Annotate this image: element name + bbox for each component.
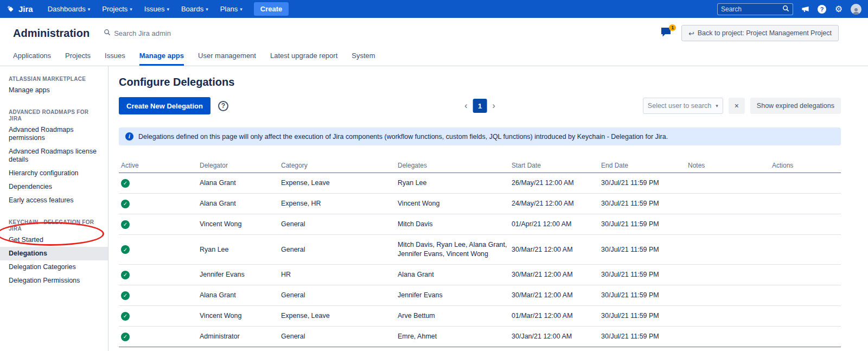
chevron-down-icon: ▾ [206, 7, 208, 12]
chevron-down-icon: ▾ [240, 7, 242, 12]
user-avatar[interactable] [851, 4, 861, 15]
chevron-down-icon: ▾ [716, 103, 718, 109]
active-check-icon[interactable]: ✓ [121, 291, 130, 300]
admin-search-input[interactable] [114, 29, 212, 37]
next-page-button[interactable]: › [493, 101, 495, 110]
sidebar-item-dependencies[interactable]: Dependencies [0, 180, 108, 194]
table-row: ✓ Alana Grant Expense, Leave Ryan Lee 26… [119, 173, 841, 194]
table-row: ✓ Vincent Wong General Mitch Davis 01/Ap… [119, 214, 841, 235]
tab-projects[interactable]: Projects [65, 48, 91, 66]
col-actions: Actions [770, 158, 841, 173]
col-delegator: Delegator [197, 158, 279, 173]
clear-filter-button[interactable]: × [729, 98, 745, 114]
table-row: ✓ Alana Grant General Jennifer Evans 30/… [119, 285, 841, 306]
sidebar-item-early-access[interactable]: Early access features [0, 194, 108, 207]
back-to-project-button[interactable]: ↩ Back to project: Project Management Pr… [681, 25, 839, 41]
table-row: ✓ Vincent Wong Expense, Leave Arve Bettu… [119, 306, 841, 327]
jira-logo-icon [7, 5, 15, 14]
sidebar-item-delegations[interactable]: Delegations [0, 247, 108, 260]
global-search[interactable] [717, 3, 793, 15]
table-row: ✓ Administrator General Emre, Ahmet 30/J… [119, 327, 841, 347]
sidebar-item-delegation-permissions[interactable]: Delegation Permissions [0, 274, 108, 288]
nav-issues[interactable]: Issues ▾ [139, 2, 174, 16]
chevron-down-icon: ▾ [167, 7, 169, 12]
col-end-date: End Date [599, 158, 686, 173]
info-banner-text: Delegations defined on this page will on… [138, 133, 668, 141]
table-header-row: Active Delegator Category Delegates Star… [119, 158, 841, 173]
feedback-badge: 1 [669, 24, 676, 31]
tab-latest-upgrade-report[interactable]: Latest upgrade report [270, 48, 337, 66]
pagination: ‹ 1 › [464, 99, 495, 113]
announcement-icon[interactable] [800, 4, 810, 14]
tab-manage-apps[interactable]: Manage apps [139, 48, 184, 66]
current-page[interactable]: 1 [473, 99, 487, 113]
create-button[interactable]: Create [254, 2, 289, 16]
jira-logo[interactable]: Jira [7, 4, 33, 14]
sidebar-item-get-started[interactable]: Get Started [0, 233, 108, 247]
tab-issues[interactable]: Issues [105, 48, 125, 66]
user-search-select[interactable]: Select user to search ▾ [643, 98, 723, 114]
active-check-icon[interactable]: ✓ [121, 312, 130, 321]
tab-applications[interactable]: Applications [13, 48, 51, 66]
page-title: Configure Delegations [119, 76, 841, 88]
table-row: ✓ Jennifer Evans HR Alana Grant 30/Mar/2… [119, 265, 841, 285]
sidebar-section-advanced-roadmaps: ADVANCED ROADMAPS FOR JIRA [0, 106, 108, 123]
top-navigation: Jira Dashboards ▾ Projects ▾ Issues ▾ Bo… [0, 0, 868, 18]
sidebar-section-marketplace: ATLASSIAN MARKETPLACE [0, 73, 108, 84]
main-content: Configure Delegations Create New Delegat… [108, 66, 868, 351]
prev-page-button[interactable]: ‹ [464, 101, 467, 110]
jira-logo-text: Jira [18, 4, 33, 14]
admin-title: Administration [13, 27, 90, 40]
sidebar-item-delegation-categories[interactable]: Delegation Categories [0, 260, 108, 274]
col-start-date: Start Date [509, 158, 599, 173]
global-search-input[interactable] [721, 5, 782, 13]
active-check-icon[interactable]: ✓ [121, 271, 130, 279]
nav-plans[interactable]: Plans ▾ [215, 2, 247, 16]
chevron-down-icon: ▾ [88, 7, 91, 12]
table-row: ✓ Ryan Lee General Mitch Davis, Ryan Lee… [119, 235, 841, 265]
search-icon [782, 4, 789, 14]
sidebar-section-keychain: KEYCHAIN - DELEGATION FOR JIRA [0, 216, 108, 233]
admin-tabs: Applications Projects Issues Manage apps… [0, 48, 868, 66]
admin-search[interactable] [104, 28, 212, 38]
admin-sidebar: ATLASSIAN MARKETPLACE Manage apps ADVANC… [0, 66, 108, 351]
col-active: Active [119, 158, 197, 173]
info-banner: i Delegations defined on this page will … [119, 127, 841, 145]
nav-boards[interactable]: Boards ▾ [176, 2, 213, 16]
show-expired-delegations-button[interactable]: Show expired delegations [750, 98, 841, 114]
sidebar-item-roadmaps-permissions[interactable]: Advanced Roadmaps permissions [0, 123, 108, 145]
create-new-delegation-button[interactable]: Create New Delegation [119, 97, 210, 114]
toolbar: Create New Delegation ? ‹ 1 › Select use… [119, 97, 841, 114]
active-check-icon[interactable]: ✓ [121, 333, 130, 341]
table-row: ✓ Alana Grant Expense, HR Vincent Wong 2… [119, 194, 841, 214]
help-icon[interactable]: ? [218, 101, 228, 111]
nav-projects[interactable]: Projects ▾ [97, 2, 137, 16]
return-arrow-icon: ↩ [688, 29, 694, 37]
nav-dashboards[interactable]: Dashboards ▾ [43, 2, 95, 16]
settings-gear-icon[interactable]: ⚙ [834, 4, 844, 14]
chevron-down-icon: ▾ [130, 7, 132, 12]
active-check-icon[interactable]: ✓ [121, 200, 130, 208]
sidebar-item-hierarchy-configuration[interactable]: Hierarchy configuration [0, 167, 108, 180]
sidebar-item-roadmaps-license[interactable]: Advanced Roadmaps license details [0, 145, 108, 167]
sidebar-item-manage-apps[interactable]: Manage apps [0, 84, 108, 97]
help-icon[interactable]: ? [817, 4, 827, 14]
tab-user-management[interactable]: User management [198, 48, 256, 66]
delegations-table: Active Delegator Category Delegates Star… [119, 158, 841, 347]
search-icon [104, 28, 111, 38]
col-category: Category [279, 158, 395, 173]
active-check-icon[interactable]: ✓ [121, 179, 130, 188]
active-check-icon[interactable]: ✓ [121, 245, 130, 254]
admin-header: Administration 1 ↩ Back to project: Proj… [0, 18, 868, 48]
feedback-icon[interactable]: 1 [661, 27, 674, 39]
col-notes: Notes [686, 158, 770, 173]
col-delegates: Delegates [395, 158, 509, 173]
info-icon: i [125, 132, 133, 141]
active-check-icon[interactable]: ✓ [121, 220, 130, 229]
tab-system[interactable]: System [352, 48, 375, 66]
